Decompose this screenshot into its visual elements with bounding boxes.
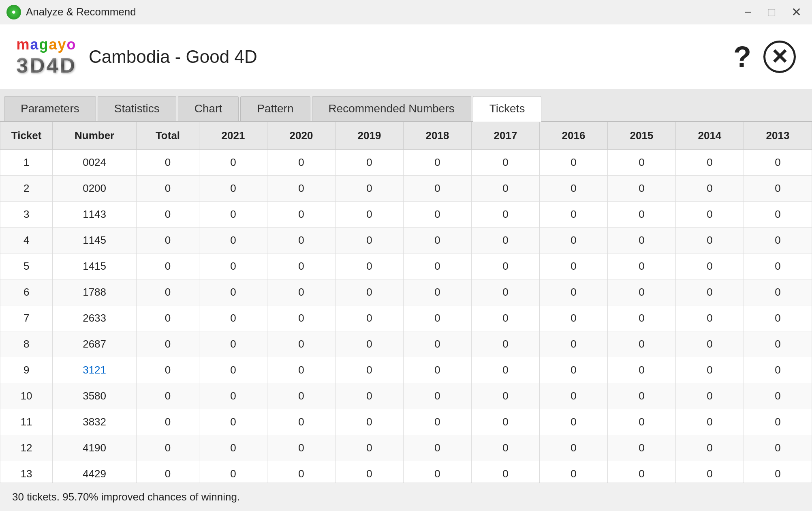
cell-2020: 0 (267, 435, 335, 461)
tab-recommended[interactable]: Recommended Numbers (312, 96, 471, 121)
minimize-button[interactable]: − (740, 3, 756, 21)
col-header-2017: 2017 (471, 122, 539, 150)
cell-total: 0 (136, 409, 199, 435)
col-header-2018: 2018 (403, 122, 471, 150)
cell-2021: 0 (199, 150, 267, 176)
app-header: magayo 3D4D Cambodia - Good 4D ? ✕ (0, 24, 812, 89)
table-container: Ticket Number Total 2021 2020 2019 2018 … (0, 122, 812, 483)
cell-number: 3121 (53, 357, 137, 383)
table-row: 9 3121 0 0 0 0 0 0 0 0 0 0 (0, 357, 812, 383)
cell-2013: 0 (744, 253, 812, 279)
table-row: 10 3580 0 0 0 0 0 0 0 0 0 0 (0, 383, 812, 409)
col-header-total: Total (136, 122, 199, 150)
cell-number: 2687 (53, 331, 137, 357)
cell-2015: 0 (607, 409, 675, 435)
cell-2018: 0 (403, 305, 471, 331)
cell-2014: 0 (675, 409, 744, 435)
cell-2015: 0 (607, 331, 675, 357)
help-button[interactable]: ? (733, 42, 751, 71)
table-row: 4 1145 0 0 0 0 0 0 0 0 0 0 (0, 228, 812, 253)
cell-2021: 0 (199, 279, 267, 305)
cell-2013: 0 (744, 331, 812, 357)
close-button[interactable]: ✕ (787, 3, 806, 21)
cell-2017: 0 (471, 435, 539, 461)
cell-2021: 0 (199, 305, 267, 331)
cell-2015: 0 (607, 150, 675, 176)
cell-2018: 0 (403, 383, 471, 409)
page-title: Cambodia - Good 4D (89, 47, 257, 67)
cell-number: 0024 (53, 150, 137, 176)
cell-2018: 0 (403, 176, 471, 202)
cell-total: 0 (136, 176, 199, 202)
table-row: 2 0200 0 0 0 0 0 0 0 0 0 0 (0, 176, 812, 202)
cell-2021: 0 (199, 357, 267, 383)
cell-2018: 0 (403, 228, 471, 253)
cell-2014: 0 (675, 435, 744, 461)
cell-2015: 0 (607, 228, 675, 253)
cell-2017: 0 (471, 150, 539, 176)
cell-ticket: 11 (0, 409, 53, 435)
cell-2016: 0 (539, 409, 607, 435)
header-left: magayo 3D4D Cambodia - Good 4D (16, 36, 257, 77)
cell-ticket: 9 (0, 357, 53, 383)
cell-2016: 0 (539, 279, 607, 305)
cell-2016: 0 (539, 383, 607, 409)
cell-ticket: 5 (0, 253, 53, 279)
cell-2013: 0 (744, 150, 812, 176)
cell-total: 0 (136, 461, 199, 483)
cell-2015: 0 (607, 202, 675, 228)
cell-number: 4429 (53, 461, 137, 483)
window-controls: − □ ✕ (740, 3, 806, 21)
table-row: 7 2633 0 0 0 0 0 0 0 0 0 0 (0, 305, 812, 331)
cell-2021: 0 (199, 383, 267, 409)
table-row: 11 3832 0 0 0 0 0 0 0 0 0 0 (0, 409, 812, 435)
cell-2014: 0 (675, 383, 744, 409)
app-title: Analyze & Recommend (26, 6, 136, 18)
cell-2014: 0 (675, 228, 744, 253)
cell-2021: 0 (199, 202, 267, 228)
cell-2018: 0 (403, 253, 471, 279)
cell-number: 1145 (53, 228, 137, 253)
col-header-2016: 2016 (539, 122, 607, 150)
cell-2016: 0 (539, 202, 607, 228)
col-header-2019: 2019 (335, 122, 404, 150)
header-right: ? ✕ (733, 41, 796, 73)
title-bar-left: ● Analyze & Recommend (6, 5, 136, 19)
cell-2021: 0 (199, 461, 267, 483)
cell-2019: 0 (335, 435, 404, 461)
close-circle-button[interactable]: ✕ (763, 41, 796, 73)
cell-2014: 0 (675, 253, 744, 279)
tab-statistics[interactable]: Statistics (98, 96, 176, 121)
logo-m: m (16, 36, 30, 53)
cell-2013: 0 (744, 228, 812, 253)
cell-total: 0 (136, 331, 199, 357)
cell-2018: 0 (403, 279, 471, 305)
cell-2017: 0 (471, 305, 539, 331)
table-row: 3 1143 0 0 0 0 0 0 0 0 0 0 (0, 202, 812, 228)
table-wrapper[interactable]: Ticket Number Total 2021 2020 2019 2018 … (0, 122, 812, 483)
cell-2016: 0 (539, 331, 607, 357)
cell-ticket: 6 (0, 279, 53, 305)
cell-number: 4190 (53, 435, 137, 461)
cell-2015: 0 (607, 461, 675, 483)
tab-chart[interactable]: Chart (178, 96, 239, 121)
cell-2016: 0 (539, 357, 607, 383)
maximize-button[interactable]: □ (764, 3, 779, 21)
cell-2016: 0 (539, 150, 607, 176)
tab-pattern[interactable]: Pattern (240, 96, 310, 121)
tab-tickets[interactable]: Tickets (473, 96, 542, 122)
cell-2021: 0 (199, 331, 267, 357)
cell-2013: 0 (744, 461, 812, 483)
table-row: 5 1415 0 0 0 0 0 0 0 0 0 0 (0, 253, 812, 279)
cell-2019: 0 (335, 357, 404, 383)
cell-2013: 0 (744, 305, 812, 331)
col-header-2015: 2015 (607, 122, 675, 150)
cell-2020: 0 (267, 279, 335, 305)
cell-2013: 0 (744, 409, 812, 435)
cell-2020: 0 (267, 305, 335, 331)
cell-2018: 0 (403, 357, 471, 383)
tab-parameters[interactable]: Parameters (4, 96, 96, 121)
cell-2019: 0 (335, 461, 404, 483)
cell-2016: 0 (539, 176, 607, 202)
cell-number: 2633 (53, 305, 137, 331)
